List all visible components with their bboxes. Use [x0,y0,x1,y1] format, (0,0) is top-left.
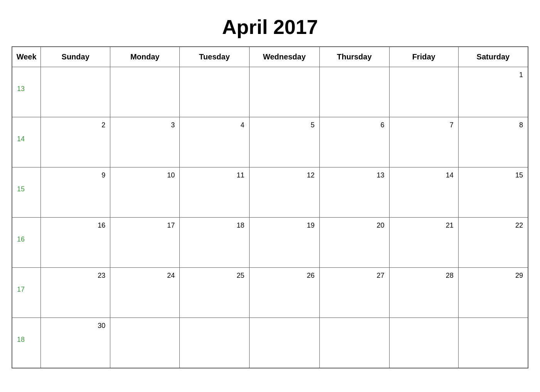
day-number: 29 [462,270,525,280]
day-number: 7 [393,120,455,129]
day-number: 28 [393,270,455,280]
day-cell-tue: 25 [180,268,249,318]
week-number: 15 [12,167,41,218]
header-monday: Monday [110,47,180,67]
week-number: 17 [12,268,41,318]
header-wednesday: Wednesday [249,47,319,67]
day-cell-sat: 15 [458,167,528,218]
day-number: 8 [462,120,525,129]
day-cell-sat: 29 [458,268,528,318]
day-cell-sun: 2 [41,117,110,167]
calendar-title: April 2017 [222,15,318,39]
week-row: 1723242526272829 [12,268,528,318]
day-number: 18 [183,220,246,230]
day-number: 15 [462,170,525,179]
day-number: 30 [44,320,107,330]
week-row: 131 [12,67,528,117]
day-cell-fri: 7 [389,117,458,167]
day-number: 4 [183,120,246,129]
day-cell-mon: 3 [110,117,180,167]
day-number: 10 [113,170,176,179]
week-row: 1616171819202122 [12,218,528,268]
header-week: Week [12,47,41,67]
day-cell-fri [389,318,458,368]
week-number: 14 [12,117,41,167]
day-number: 11 [183,170,246,179]
day-cell-sat: 8 [458,117,528,167]
day-number: 19 [253,220,316,230]
day-cell-thu: 6 [319,117,389,167]
day-cell-fri: 21 [389,218,458,268]
day-cell-fri [389,67,458,117]
week-number: 13 [12,67,41,117]
day-number: 3 [113,120,176,129]
day-number: 27 [323,270,386,280]
day-cell-tue: 18 [180,218,249,268]
header-row: WeekSundayMondayTuesdayWednesdayThursday… [12,47,528,67]
week-row: 1830 [12,318,528,368]
day-cell-wed: 19 [249,218,319,268]
header-saturday: Saturday [458,47,528,67]
day-number: 9 [44,170,107,179]
day-number: 14 [393,170,455,179]
day-number: 5 [253,120,316,129]
week-row: 142345678 [12,117,528,167]
day-number: 26 [253,270,316,280]
day-cell-sun: 23 [41,268,110,318]
day-cell-mon [110,67,180,117]
day-number: 20 [323,220,386,230]
day-cell-sat [458,318,528,368]
day-cell-tue [180,67,249,117]
week-number: 18 [12,318,41,368]
day-cell-tue [180,318,249,368]
calendar-table: WeekSundayMondayTuesdayWednesdayThursday… [12,46,528,368]
day-cell-tue: 11 [180,167,249,218]
day-number: 24 [113,270,176,280]
day-cell-thu: 13 [319,167,389,218]
day-cell-fri: 28 [389,268,458,318]
day-number: 16 [44,220,107,230]
day-number: 2 [44,120,107,129]
day-cell-sun: 9 [41,167,110,218]
day-cell-sun: 30 [41,318,110,368]
day-cell-thu [319,67,389,117]
day-cell-fri: 14 [389,167,458,218]
day-cell-sun [41,67,110,117]
day-cell-thu: 20 [319,218,389,268]
day-cell-sun: 16 [41,218,110,268]
day-cell-wed: 12 [249,167,319,218]
day-cell-mon: 10 [110,167,180,218]
header-tuesday: Tuesday [180,47,249,67]
day-cell-thu: 27 [319,268,389,318]
day-cell-sat: 22 [458,218,528,268]
day-number: 1 [462,69,525,79]
day-cell-tue: 4 [180,117,249,167]
day-number: 12 [253,170,316,179]
day-cell-wed: 5 [249,117,319,167]
header-sunday: Sunday [41,47,110,67]
day-number: 25 [183,270,246,280]
day-cell-mon [110,318,180,368]
header-thursday: Thursday [319,47,389,67]
day-cell-mon: 17 [110,218,180,268]
day-number: 6 [323,120,386,129]
day-cell-mon: 24 [110,268,180,318]
week-number: 16 [12,218,41,268]
day-cell-wed [249,67,319,117]
day-number: 23 [44,270,107,280]
day-cell-thu [319,318,389,368]
day-number: 13 [323,170,386,179]
day-number: 17 [113,220,176,230]
week-row: 159101112131415 [12,167,528,218]
day-number: 21 [393,220,455,230]
day-number: 22 [462,220,525,230]
day-cell-wed [249,318,319,368]
day-cell-sat: 1 [458,67,528,117]
day-cell-wed: 26 [249,268,319,318]
header-friday: Friday [389,47,458,67]
